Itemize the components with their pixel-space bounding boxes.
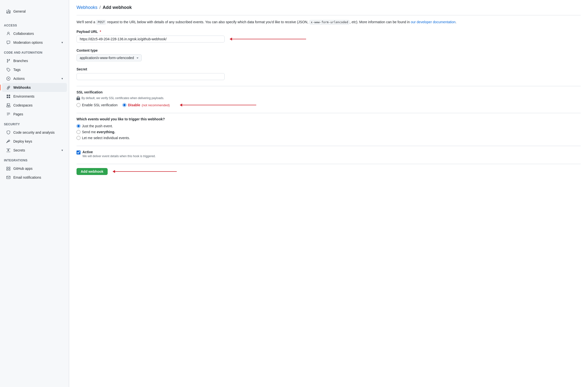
gear-icon	[6, 9, 11, 14]
sidebar-item-actions[interactable]: Actions ▾	[2, 74, 67, 83]
sidebar-item-branches[interactable]: Branches	[2, 56, 67, 65]
sidebar-item-moderation[interactable]: Moderation options ▾	[2, 38, 67, 47]
payload-url-row	[77, 36, 581, 43]
add-webhook-button[interactable]: Add webhook	[77, 168, 108, 175]
secret-label: Secret	[77, 67, 581, 71]
sidebar-item-collaborators[interactable]: Collaborators	[2, 29, 67, 38]
ssl-enable-label: Enable SSL verification	[82, 103, 118, 107]
active-label: Active	[83, 150, 156, 154]
events-divider	[77, 113, 581, 113]
secret-input[interactable]	[77, 73, 225, 80]
ssl-title: SSL verification	[77, 90, 581, 94]
submit-arrow-head-icon	[113, 170, 115, 173]
arrow-line	[232, 39, 306, 39]
ssl-description: By default, we verify SSL certificates w…	[77, 96, 581, 100]
breadcrumb-parent[interactable]: Webhooks	[77, 5, 98, 10]
sidebar-item-pages[interactable]: Pages	[2, 110, 67, 119]
sidebar-item-code-security[interactable]: Code security and analysis	[2, 128, 67, 137]
webhook-description: We'll send a POST request to the URL bel…	[77, 19, 581, 25]
active-checkbox-option: Active We will deliver event details whe…	[77, 150, 581, 158]
submit-arrow	[113, 170, 581, 173]
events-everything-radio[interactable]	[77, 130, 81, 134]
events-push-option[interactable]: Just the push event.	[77, 124, 581, 128]
pages-icon	[6, 112, 11, 117]
payload-url-arrow	[230, 38, 581, 41]
events-everything-label: Send me everything.	[82, 130, 115, 134]
key-icon	[6, 139, 11, 144]
sidebar-item-actions-label: Actions	[13, 77, 25, 81]
chevron-down-icon-actions: ▾	[62, 77, 63, 80]
events-individual-option[interactable]: Let me select individual events.	[77, 136, 581, 140]
sidebar-item-moderation-label: Moderation options	[13, 41, 43, 45]
ssl-enable-option[interactable]: Enable SSL verification	[77, 103, 118, 107]
sidebar-item-deploy-keys[interactable]: Deploy keys	[2, 137, 67, 146]
sidebar-section-access: Access Collaborators Moderation options …	[0, 20, 69, 47]
payload-url-section: Payload URL *	[77, 30, 581, 43]
sidebar-item-webhooks[interactable]: Webhooks	[2, 83, 67, 92]
payload-url-label: Payload URL *	[77, 30, 581, 34]
ssl-section: SSL verification By default, we verify S…	[77, 90, 581, 107]
sidebar-item-secrets-label: Secrets	[13, 148, 25, 152]
secret-section: Secret	[77, 67, 581, 80]
main-content: Webhooks / Add webhook We'll send a POST…	[69, 0, 588, 387]
events-push-radio[interactable]	[77, 124, 81, 128]
sidebar-item-github-apps[interactable]: GitHub apps	[2, 164, 67, 173]
chevron-down-icon: ▾	[62, 41, 63, 44]
events-everything-option[interactable]: Send me everything.	[77, 130, 581, 134]
sidebar-item-github-apps-label: GitHub apps	[13, 167, 33, 171]
section-label-integrations: Integrations	[0, 155, 69, 164]
asterisk-icon	[6, 148, 11, 153]
branch-icon	[6, 58, 11, 63]
developer-docs-link[interactable]: our developer documentation	[411, 20, 455, 24]
play-icon	[6, 76, 11, 81]
sidebar: General Access Collaborators Moderation …	[0, 0, 69, 387]
content-type-select[interactable]: application/x-www-form-urlencoded applic…	[77, 54, 142, 61]
section-label-security: Security	[0, 119, 69, 128]
person-icon	[6, 31, 11, 36]
comment-icon	[6, 40, 11, 45]
sidebar-item-collaborators-label: Collaborators	[13, 32, 34, 36]
ssl-arrow-head-icon	[180, 104, 182, 107]
section-label-access: Access	[0, 20, 69, 29]
ssl-disable-option[interactable]: Disable (not recommended)	[123, 103, 169, 107]
sidebar-item-secrets[interactable]: Secrets ▾	[2, 146, 67, 155]
events-individual-radio[interactable]	[77, 136, 81, 140]
active-divider	[77, 146, 581, 146]
ssl-disable-radio[interactable]	[123, 103, 126, 107]
sidebar-item-deploy-keys-label: Deploy keys	[13, 139, 32, 143]
ssl-divider	[77, 86, 581, 86]
sidebar-item-environments-label: Environments	[13, 94, 35, 98]
sidebar-item-branches-label: Branches	[13, 59, 28, 63]
content-type-section: Content type application/x-www-form-urle…	[77, 48, 581, 61]
lock-icon	[77, 96, 80, 100]
sidebar-item-environments[interactable]: Environments	[2, 92, 67, 101]
sidebar-item-general[interactable]: General	[2, 7, 67, 16]
active-description: We will deliver event details when this …	[83, 155, 156, 158]
events-title: Which events would you like to trigger t…	[77, 117, 581, 121]
grid-icon	[6, 94, 11, 99]
active-checkbox[interactable]	[77, 151, 81, 155]
ssl-arrow-line	[182, 105, 256, 105]
sidebar-section-code: Code and automation Branches Tags	[0, 47, 69, 119]
breadcrumb-current: Add webhook	[103, 5, 132, 10]
ssl-disable-label: Disable	[128, 103, 140, 107]
sidebar-item-codespaces[interactable]: Codespaces	[2, 101, 67, 110]
chevron-down-icon-secrets: ▾	[62, 149, 63, 152]
breadcrumb-separator: /	[100, 5, 101, 10]
sidebar-item-tags[interactable]: Tags	[2, 65, 67, 74]
shield-icon	[6, 130, 11, 135]
tag-icon	[6, 67, 11, 72]
ssl-enable-radio[interactable]	[77, 103, 81, 107]
sidebar-item-code-security-label: Code security and analysis	[13, 131, 55, 135]
not-recommended-text: (not recommended)	[142, 103, 169, 107]
payload-url-input[interactable]	[77, 36, 225, 43]
ssl-radio-group: Enable SSL verification Disable (not rec…	[77, 103, 170, 107]
apps-icon	[6, 166, 11, 171]
ssl-arrow	[180, 104, 581, 107]
events-push-label: Just the push event.	[82, 124, 113, 128]
sidebar-item-email-notifications-label: Email notifications	[13, 176, 41, 180]
events-section: Which events would you like to trigger t…	[77, 117, 581, 140]
required-star: *	[100, 30, 101, 34]
sidebar-item-email-notifications[interactable]: Email notifications	[2, 173, 67, 182]
ssl-radio-row: Enable SSL verification Disable (not rec…	[77, 103, 581, 107]
